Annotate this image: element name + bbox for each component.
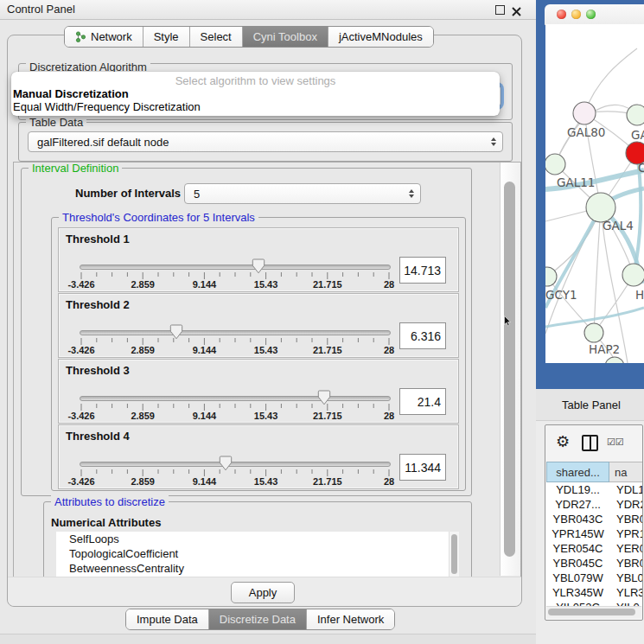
tab-jactivemnodules[interactable]: jActiveMNodules: [328, 27, 433, 47]
popup-item-equal-width-frequency[interactable]: Equal Width/Frequency Discretization: [11, 100, 500, 113]
slider-thumb[interactable]: [317, 390, 331, 405]
slider-tick-label: 2.859: [131, 345, 155, 355]
scrollbar-thumb[interactable]: [504, 182, 515, 557]
cell-shared-name: YLR345W: [546, 585, 609, 600]
slider-thumb[interactable]: [169, 324, 183, 340]
tab-style[interactable]: Style: [143, 27, 190, 47]
node-label: GA: [631, 128, 644, 142]
network-node-green[interactable]: [605, 357, 624, 363]
table-panel-title: Table Panel: [562, 399, 621, 411]
popup-header: Select algorithm to view settings: [11, 72, 500, 87]
close-icon[interactable]: [512, 4, 521, 14]
threshold-panel: Threshold 1-3.4262.8599.14415.4321.71528…: [58, 227, 459, 292]
vertical-scrollbar[interactable]: [500, 163, 520, 576]
network-node-pink[interactable]: [573, 102, 596, 124]
close-traffic-light-icon[interactable]: [557, 10, 566, 19]
slider-thumb[interactable]: [219, 456, 233, 471]
tab-label: Impute Data: [137, 613, 198, 626]
scrollbar-thumb[interactable]: [548, 609, 635, 615]
table-row[interactable]: YPR145WYPR1: [546, 526, 642, 541]
table-row[interactable]: YBR043CYBR0: [546, 512, 642, 526]
table-row[interactable]: YDL19...YDL1: [546, 482, 642, 497]
horizontal-scrollbar[interactable]: [546, 606, 641, 618]
threshold-slider[interactable]: -3.4262.8599.14415.4321.71528: [80, 257, 391, 290]
threshold-label: Threshold 3: [66, 364, 130, 377]
slider-tick-label: 2.859: [131, 476, 155, 487]
network-node-green[interactable]: [627, 105, 644, 125]
slider-track[interactable]: [80, 462, 391, 467]
list-item[interactable]: TopologicalCoefficient: [56, 546, 459, 561]
slider-tick-label: 15.43: [254, 411, 278, 421]
table-header-row: shared... na: [546, 462, 642, 482]
number-of-intervals-select[interactable]: 5: [184, 183, 421, 204]
slider-tick-label: 9.144: [193, 411, 217, 421]
group-title: Threshold's Coordinates for 5 Intervals: [59, 211, 258, 224]
table-row[interactable]: YIL052CYIL0: [546, 600, 642, 606]
popup-item-manual-discretization[interactable]: Manual Discretization: [11, 87, 500, 100]
float-window-icon[interactable]: [495, 5, 505, 15]
table-data-select[interactable]: galFiltered.sif default node: [28, 131, 503, 152]
threshold-slider[interactable]: -3.4262.8599.14415.4321.71528: [80, 388, 391, 421]
slider-track[interactable]: [80, 396, 391, 401]
threshold-panel: Threshold 4-3.4262.8599.14415.4321.71528…: [58, 424, 459, 489]
network-edge[interactable]: [584, 48, 637, 113]
slider-tick-label: 28: [384, 476, 394, 487]
slider-track[interactable]: [80, 330, 391, 335]
table-row[interactable]: YBL079WYBL0: [546, 571, 642, 585]
settings-gear-icon[interactable]: ⚙: [556, 432, 570, 450]
apply-button[interactable]: Apply: [231, 582, 295, 603]
cell-shared-name: YDR27...: [546, 497, 609, 512]
table-row[interactable]: YBR045CYBR0: [546, 556, 642, 571]
threshold-value-field[interactable]: 11.344: [399, 454, 446, 481]
panel-title: Control Panel: [7, 3, 75, 16]
tab-impute-data[interactable]: Impute Data: [126, 609, 209, 629]
cell-shared-name: YBR045C: [546, 556, 609, 571]
tab-discretize-data[interactable]: Discretize Data: [209, 609, 307, 629]
tab-infer-network[interactable]: Infer Network: [307, 609, 394, 629]
network-node-green[interactable]: [586, 193, 615, 222]
slider-tick-label: -3.426: [67, 476, 94, 487]
table-row[interactable]: YER054CYER0: [546, 541, 642, 556]
threshold-slider[interactable]: -3.4262.8599.14415.4321.71528: [80, 454, 391, 487]
tab-cyni-toolbox[interactable]: Cyni Toolbox: [243, 27, 328, 47]
slider-track[interactable]: [80, 265, 391, 270]
column-header-name[interactable]: na: [609, 462, 642, 482]
list-scrollbar[interactable]: [449, 532, 459, 578]
network-view-canvas[interactable]: GAL80GACGAL11GAL4GCY1HHAP2: [545, 24, 644, 363]
cell-name: YIL0: [609, 600, 642, 606]
zoom-traffic-light-icon[interactable]: [586, 10, 596, 19]
threshold-slider[interactable]: -3.4262.8599.14415.4321.71528: [80, 322, 391, 355]
table-row[interactable]: YDR27...YDR2: [546, 497, 642, 512]
slider-tick-label: 28: [384, 279, 394, 290]
network-window-frame: GAL80GACGAL11GAL4GCY1HHAP2: [536, 0, 644, 389]
split-columns-icon[interactable]: [582, 435, 598, 451]
slider-tick-label: 28: [384, 345, 394, 355]
numerical-attributes-list[interactable]: SelfLoopsTopologicalCoefficientBetweenne…: [56, 532, 459, 578]
tab-select[interactable]: Select: [190, 27, 243, 47]
tab-network[interactable]: Network: [65, 27, 143, 47]
table-data-group: Table Data galFiltered.sif default node: [18, 122, 513, 162]
table-row[interactable]: YLR345WYLR3: [546, 585, 642, 600]
column-header-shared-name[interactable]: shared...: [546, 462, 609, 482]
number-of-intervals-label: Number of Intervals: [75, 187, 181, 200]
threshold-value-field[interactable]: 21.4: [399, 388, 446, 415]
network-node-green[interactable]: [584, 323, 603, 342]
list-item[interactable]: BetweennessCentrality: [56, 561, 459, 576]
tab-label: Cyni Toolbox: [253, 30, 317, 43]
slider-thumb[interactable]: [252, 258, 265, 274]
select-columns-checkbox-icons[interactable]: ☑☑: [607, 437, 624, 448]
list-item[interactable]: SelfLoops: [56, 532, 459, 546]
slider-tick-label: 15.43: [254, 476, 278, 487]
cell-shared-name: YIL052C: [546, 600, 609, 606]
threshold-value-field[interactable]: 14.713: [399, 257, 446, 284]
network-window-titlebar[interactable]: [545, 4, 644, 25]
network-edge[interactable]: [594, 207, 601, 333]
slider-tick-label: 9.144: [193, 476, 217, 487]
cell-shared-name: YDL19...: [546, 482, 609, 497]
slider-tick-label: 2.859: [131, 411, 155, 421]
network-node-green[interactable]: [622, 264, 644, 286]
minimize-traffic-light-icon[interactable]: [571, 10, 581, 19]
tab-label: Network: [91, 30, 132, 43]
threshold-value-field[interactable]: 6.316: [399, 322, 446, 349]
network-node-green[interactable]: [545, 154, 565, 175]
